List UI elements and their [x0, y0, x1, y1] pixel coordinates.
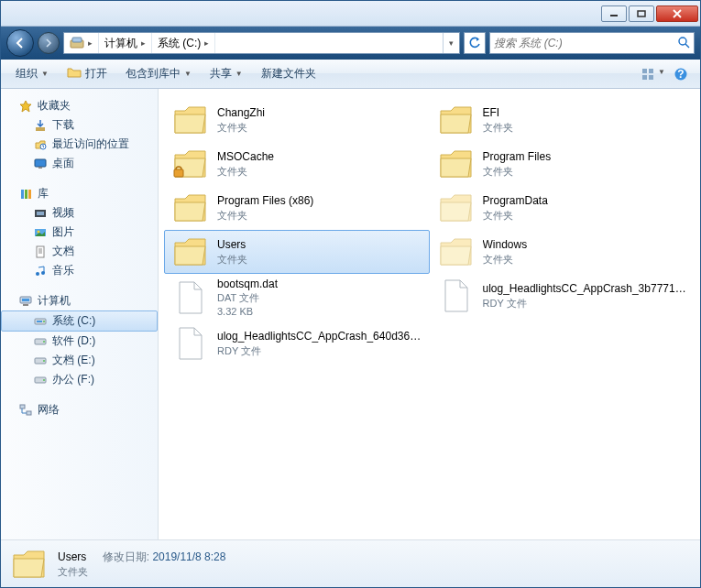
details-pane: Users 修改日期: 2019/11/8 8:28 文件夹 [1, 539, 700, 587]
nav-label: 办公 (F:) [52, 372, 94, 387]
body: 收藏夹 下载 最近访问的位置 桌面 库 [1, 89, 700, 539]
nav-computer[interactable]: 计算机 [1, 291, 158, 310]
file-sub: 文件夹 [483, 165, 552, 179]
refresh-button[interactable] [464, 32, 486, 54]
search-box[interactable] [489, 32, 695, 54]
nav-libraries[interactable]: 库 [1, 184, 158, 203]
svg-point-27 [36, 272, 39, 276]
svg-rect-17 [25, 190, 27, 199]
drive-icon [32, 373, 49, 387]
file-name: Program Files (x86) [217, 193, 313, 208]
nav-label: 网络 [38, 402, 60, 418]
breadcrumb-seg-drive[interactable]: 系统 (C:)▸ [152, 33, 215, 53]
view-button[interactable]: ▼ [641, 68, 665, 81]
file-item[interactable]: MSOCache文件夹 [164, 142, 430, 186]
svg-point-4 [679, 38, 686, 45]
svg-rect-16 [21, 190, 24, 199]
share-button[interactable]: 共享▼ [203, 63, 250, 85]
file-name: EFI [483, 105, 513, 120]
file-sub: 文件夹 [217, 121, 265, 135]
svg-point-34 [43, 321, 45, 322]
nav-label: 下载 [52, 117, 74, 133]
svg-point-28 [41, 271, 45, 275]
nav-music[interactable]: 音乐 [1, 261, 158, 280]
folder-icon [437, 145, 476, 183]
file-name: Users [217, 237, 247, 252]
nav-label: 计算机 [38, 293, 71, 309]
file-item[interactable]: Windows文件夹 [430, 230, 696, 274]
file-sub: 文件夹 [483, 209, 548, 223]
minimize-button[interactable] [601, 5, 627, 22]
svg-rect-6 [642, 69, 647, 73]
folder-icon [171, 233, 210, 271]
nav-label: 系统 (C:) [52, 313, 95, 329]
maximize-button[interactable] [629, 5, 654, 22]
folder-icon [437, 101, 476, 139]
nav-favorites[interactable]: 收藏夹 [1, 96, 158, 115]
file-item[interactable]: Program Files (x86)文件夹 [164, 186, 430, 230]
help-button[interactable]: ? [669, 67, 693, 82]
open-button[interactable]: 打开 [60, 63, 115, 85]
nav-drive-c[interactable]: 系统 (C:) [1, 310, 158, 332]
nav-network[interactable]: 网络 [1, 400, 158, 419]
breadcrumb-seg-computer[interactable]: 计算机▸ [99, 33, 152, 53]
newfolder-button[interactable]: 新建文件夹 [254, 63, 323, 85]
search-icon [677, 36, 690, 51]
file-name: ulog_HeadlightsCC_AppCrash_640d3670-197a… [217, 329, 422, 343]
nav-desktop[interactable]: 桌面 [1, 154, 158, 173]
svg-rect-7 [649, 69, 653, 73]
nav-recent[interactable]: 最近访问的位置 [1, 135, 158, 154]
recent-icon [32, 137, 49, 152]
toolbar-label: 包含到库中 [126, 66, 181, 82]
back-button[interactable] [6, 29, 34, 57]
svg-rect-20 [37, 212, 44, 215]
nav-downloads[interactable]: 下载 [1, 115, 158, 135]
folder-icon [171, 189, 210, 227]
nav-drive-f[interactable]: 办公 (F:) [1, 370, 158, 389]
star-icon [17, 99, 34, 114]
nav-label: 视频 [52, 205, 74, 221]
breadcrumb-root-icon[interactable]: ▸ [64, 33, 99, 53]
folder-icon [437, 189, 476, 227]
close-button[interactable] [656, 5, 698, 22]
svg-line-5 [685, 44, 689, 48]
file-icon [171, 278, 210, 317]
organize-button[interactable]: 组织▼ [8, 63, 56, 85]
include-button[interactable]: 包含到库中▼ [118, 63, 199, 85]
file-item[interactable]: ulog_HeadlightsCC_AppCrash_3b7771bd-18c3… [430, 274, 696, 318]
folder-icon [10, 545, 49, 583]
nav-label: 桌面 [52, 156, 74, 171]
file-sub: 3.32 KB [217, 305, 278, 319]
file-list[interactable]: ChangZhi文件夹MSOCache文件夹Program Files (x86… [159, 89, 700, 539]
svg-rect-8 [642, 75, 647, 80]
breadcrumb-dropdown[interactable]: ▾ [443, 33, 459, 53]
file-item[interactable]: EFI文件夹 [430, 98, 696, 142]
nav-drive-e[interactable]: 文档 (E:) [1, 351, 158, 370]
nav-label: 软件 (D:) [52, 333, 95, 349]
nav-documents[interactable]: 文档 [1, 242, 158, 261]
nav-videos[interactable]: 视频 [1, 203, 158, 223]
file-item[interactable]: Program Files文件夹 [430, 142, 696, 186]
file-item[interactable]: ProgramData文件夹 [430, 186, 696, 230]
nav-pictures[interactable]: 图片 [1, 223, 158, 242]
nav-drive-d[interactable]: 软件 (D:) [1, 332, 158, 351]
folder-icon [171, 145, 210, 183]
computer-icon [17, 294, 34, 309]
picture-icon [32, 225, 49, 240]
file-item[interactable]: bootsqm.datDAT 文件3.32 KB [164, 274, 430, 321]
svg-rect-18 [28, 190, 31, 199]
svg-rect-3 [72, 38, 82, 42]
breadcrumb[interactable]: ▸ 计算机▸ 系统 (C:)▸ ▾ [63, 32, 460, 54]
explorer-window: ▸ 计算机▸ 系统 (C:)▸ ▾ 组织▼ [0, 0, 701, 588]
search-input[interactable] [494, 37, 677, 49]
file-item[interactable]: ulog_HeadlightsCC_AppCrash_640d3670-197a… [164, 321, 430, 365]
file-icon [437, 277, 476, 315]
svg-rect-14 [35, 159, 46, 167]
video-icon [32, 206, 49, 221]
file-item[interactable]: ChangZhi文件夹 [164, 98, 430, 142]
titlebar [1, 1, 700, 27]
file-item[interactable]: Users文件夹 [164, 230, 430, 274]
forward-button[interactable] [38, 32, 60, 54]
nav-pane: 收藏夹 下载 最近访问的位置 桌面 库 [1, 89, 159, 539]
folder-icon [171, 101, 210, 139]
